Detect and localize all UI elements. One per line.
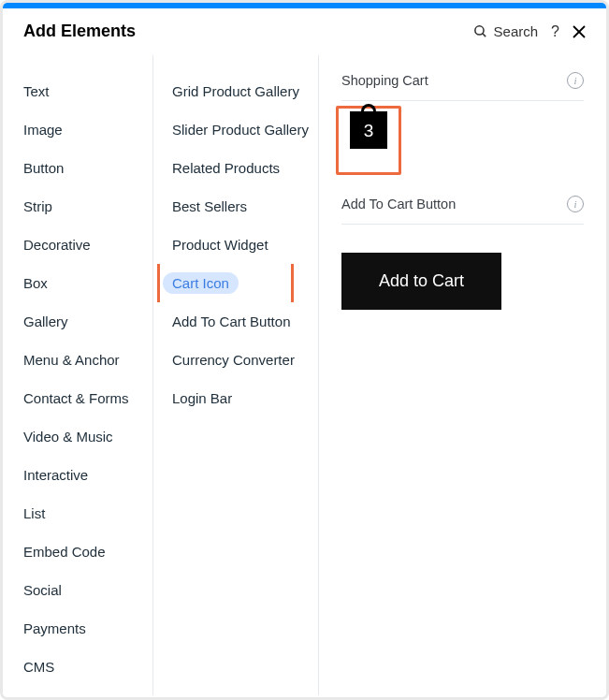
category-list: Text Image Button Strip Decorative Box G… xyxy=(3,55,152,695)
section-title: Shopping Cart xyxy=(341,73,428,88)
sub-item-currency-converter[interactable]: Currency Converter xyxy=(153,341,318,379)
info-icon[interactable]: i xyxy=(567,72,584,89)
cart-icon-preview[interactable]: 3 xyxy=(341,111,396,169)
section-add-to-cart-header: Add To Cart Button i xyxy=(341,196,584,225)
section-title: Add To Cart Button xyxy=(341,197,456,211)
category-item-blog[interactable]: Blog xyxy=(3,686,152,700)
category-item-video-music[interactable]: Video & Music xyxy=(3,417,152,456)
sub-item-grid-product-gallery[interactable]: Grid Product Gallery xyxy=(153,72,318,110)
sub-item-best-sellers[interactable]: Best Sellers xyxy=(153,187,318,226)
category-item-list[interactable]: List xyxy=(3,494,152,532)
sub-item-product-widget[interactable]: Product Widget xyxy=(153,226,318,264)
subcategory-list: Grid Product Gallery Slider Product Gall… xyxy=(152,55,319,695)
info-icon[interactable]: i xyxy=(567,196,584,212)
shopping-bag-icon: 3 xyxy=(350,111,387,149)
category-item-box[interactable]: Box xyxy=(3,264,152,302)
sub-item-add-to-cart-button[interactable]: Add To Cart Button xyxy=(153,302,318,341)
search-icon xyxy=(472,23,488,39)
search-label: Search xyxy=(494,23,539,39)
category-item-decorative[interactable]: Decorative xyxy=(3,226,152,264)
panel-header: Add Elements Search ? xyxy=(3,8,606,55)
close-icon xyxy=(573,25,586,38)
category-item-interactive[interactable]: Interactive xyxy=(3,456,152,494)
sub-item-login-bar[interactable]: Login Bar xyxy=(153,379,318,417)
sub-item-cart-icon[interactable]: Cart Icon xyxy=(153,264,318,302)
search-button[interactable]: Search xyxy=(472,23,539,39)
preview-pane: Shopping Cart i 3 Add To Cart Button i xyxy=(319,55,606,695)
category-item-payments[interactable]: Payments xyxy=(3,609,152,648)
close-button[interactable] xyxy=(573,25,586,38)
sub-item-related-products[interactable]: Related Products xyxy=(153,149,318,187)
category-item-button[interactable]: Button xyxy=(3,149,152,187)
add-to-cart-button-preview[interactable]: Add to Cart xyxy=(341,253,501,310)
cart-count: 3 xyxy=(364,121,374,141)
category-item-text[interactable]: Text xyxy=(3,72,152,110)
category-item-embed-code[interactable]: Embed Code xyxy=(3,532,152,571)
help-button[interactable]: ? xyxy=(551,23,559,40)
category-item-image[interactable]: Image xyxy=(3,110,152,149)
panel-title: Add Elements xyxy=(23,22,136,41)
section-shopping-cart-header: Shopping Cart i xyxy=(341,72,584,101)
category-item-cms[interactable]: CMS xyxy=(3,648,152,686)
category-item-menu-anchor[interactable]: Menu & Anchor xyxy=(3,341,152,379)
svg-line-1 xyxy=(482,34,485,36)
sub-item-slider-product-gallery[interactable]: Slider Product Gallery xyxy=(153,110,318,149)
category-item-strip[interactable]: Strip xyxy=(3,187,152,226)
category-item-social[interactable]: Social xyxy=(3,571,152,609)
category-item-gallery[interactable]: Gallery xyxy=(3,302,152,341)
svg-point-0 xyxy=(474,26,483,35)
category-item-contact-forms[interactable]: Contact & Forms xyxy=(3,379,152,417)
